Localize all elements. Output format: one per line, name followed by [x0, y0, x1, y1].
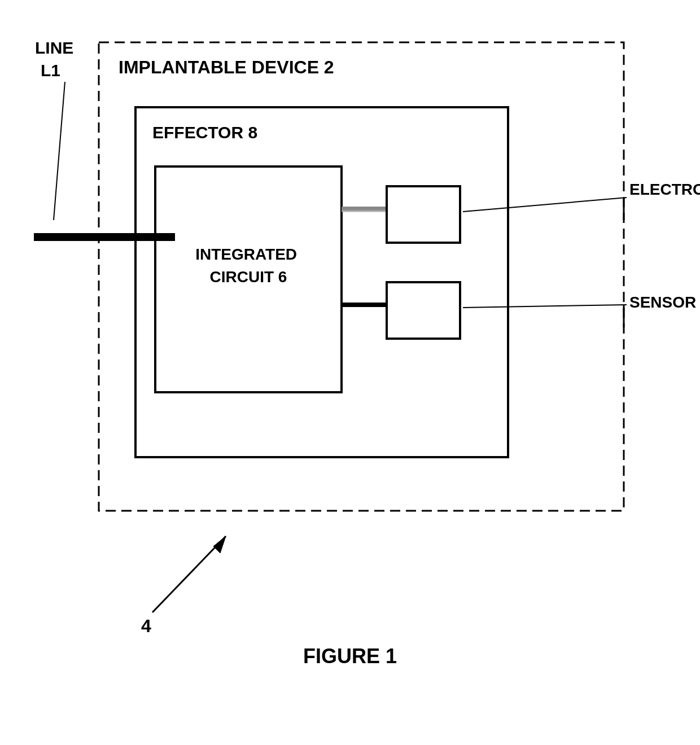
- reference-number: 4: [141, 616, 151, 636]
- sensor-pointer: [463, 305, 627, 308]
- effector-label: EFFECTOR 8: [152, 123, 257, 142]
- electrode-pointer: [463, 198, 627, 212]
- line-label: LINE: [35, 38, 73, 57]
- implantable-device-label: IMPLANTABLE DEVICE 2: [119, 57, 334, 77]
- integrated-circuit-label: INTEGRATED CIRCUIT 6: [195, 246, 301, 286]
- line-number-label: L1: [41, 61, 60, 80]
- electrode-label: ELECTRODE 16: [629, 181, 700, 198]
- diagram-container: IMPLANTABLE DEVICE 2 EFFECTOR 8 INTEGRAT…: [0, 0, 700, 745]
- sensor-label: SENSOR 18: [629, 293, 700, 311]
- implantable-device-box: [99, 42, 624, 511]
- figure-title: FIGURE 1: [303, 645, 397, 668]
- electrode-box: [387, 186, 460, 243]
- reference-arrowhead: [213, 536, 226, 553]
- sensor-box: [387, 282, 460, 339]
- line-l1-pointer: [54, 82, 65, 220]
